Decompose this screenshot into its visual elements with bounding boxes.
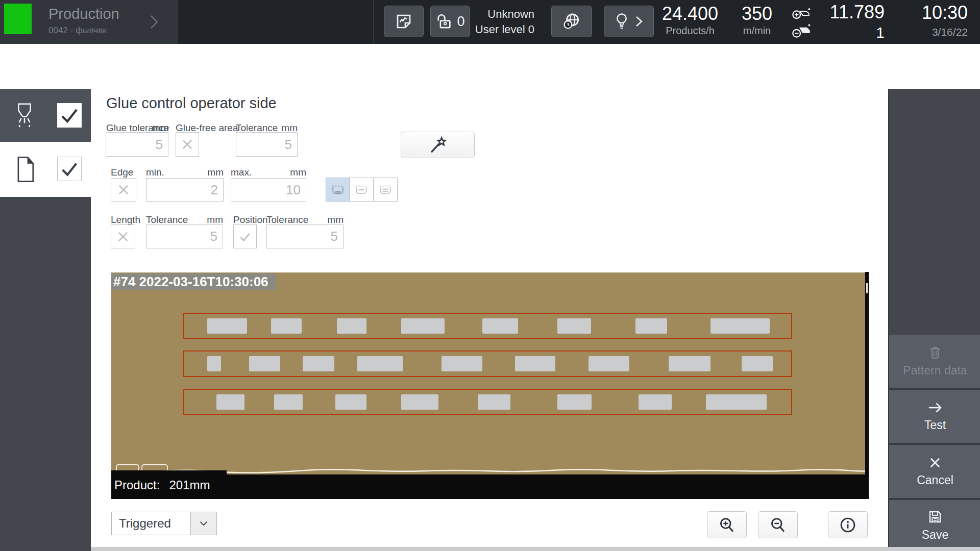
checkmark-icon (237, 229, 253, 244)
rate-value: 24.400 (662, 3, 719, 24)
glue-inspection-zone (183, 313, 792, 339)
x-mark-icon (116, 230, 130, 244)
rejected-count: 1 (817, 24, 885, 41)
length-label: Length (111, 214, 140, 226)
position-toggle[interactable] (233, 224, 257, 248)
length-toggle[interactable] (111, 224, 135, 248)
zoom-in-button[interactable] (707, 511, 747, 538)
product-rejected-icon (791, 22, 812, 39)
zoom-out-icon (769, 516, 787, 534)
glue-position-option-lines[interactable] (374, 178, 398, 202)
test-button[interactable]: Test (889, 390, 980, 443)
product-label: Product: (114, 478, 160, 492)
product-setup-enabled-checkbox[interactable] (57, 157, 82, 181)
checkmark-icon (58, 157, 81, 181)
glue-position-option-middle[interactable] (350, 178, 374, 202)
length-tolerance-unit: mm (192, 214, 223, 226)
glue-segment (635, 318, 667, 334)
glue-control-screen: Production 0042 - фыячвк 0 Unknown User … (0, 0, 980, 551)
scan-right-edge (865, 272, 869, 474)
lamp-settings-button[interactable] (604, 6, 654, 37)
machine-status-indicator (4, 4, 32, 34)
glue-tolerance-input[interactable] (106, 132, 168, 157)
glue-segment (216, 394, 244, 410)
cancel-label: Cancel (917, 473, 953, 487)
glue-segment (710, 318, 770, 334)
user-info: Unknown User level 0 (449, 7, 534, 37)
log-chart-button[interactable] (384, 6, 424, 37)
glue-segment (357, 356, 403, 371)
globe-clock-icon (562, 12, 581, 31)
glue-free-area-toggle[interactable] (176, 132, 199, 157)
edge-toggle[interactable] (111, 178, 136, 202)
glue-segment (207, 318, 247, 334)
arrow-right-icon (926, 400, 944, 415)
scan-header: #74 2022-03-16T10:30:06 (111, 273, 276, 290)
glue-free-tolerance-input[interactable] (236, 132, 298, 157)
close-icon (928, 456, 942, 470)
tab-product-setup[interactable] (0, 142, 91, 197)
edge-max-unit: mm (276, 167, 306, 178)
glue-middle-icon (353, 182, 370, 197)
glue-segment (335, 394, 366, 410)
trigger-mode-dropdown[interactable]: Triggered (111, 512, 217, 535)
glue-segment (478, 394, 510, 410)
edge-min-unit: mm (193, 167, 224, 178)
edge-min-input[interactable] (146, 178, 224, 202)
camera-scan-viewer[interactable]: #74 2022-03-16T10:30:06 Product: 201mm (111, 272, 869, 499)
glue-segment (303, 356, 334, 371)
glue-position-option-bottom[interactable] (326, 178, 350, 202)
glue-position-segmented-control (326, 178, 398, 202)
checkmark-icon (57, 103, 82, 128)
action-stack: Pattern data Test Cancel Save (889, 335, 980, 551)
trash-icon (927, 345, 943, 360)
x-mark-icon (116, 183, 131, 197)
clock: 10:30 3/16/22 (909, 0, 968, 39)
chevron-right-icon (148, 13, 160, 31)
edge-max-input[interactable] (231, 178, 306, 202)
shift-schedule-button[interactable] (551, 6, 592, 37)
speed-value: 350 (734, 3, 780, 24)
x-mark-icon (180, 137, 194, 152)
user-level: User level 0 (449, 22, 534, 37)
scan-right-mark (866, 283, 868, 293)
zoom-out-button[interactable] (758, 511, 798, 538)
page-title: Glue control operator side (106, 95, 277, 112)
glue-segment (557, 318, 591, 334)
chevron-right-icon (634, 14, 644, 29)
position-tolerance-input[interactable] (266, 224, 344, 248)
dropdown-chevron[interactable] (190, 512, 216, 535)
pattern-data-button[interactable]: Pattern data (889, 335, 980, 388)
glue-segment (742, 356, 773, 371)
glue-inspection-zone (183, 350, 792, 377)
glue-segment (482, 318, 518, 334)
save-button[interactable]: Save (889, 500, 980, 551)
edge-label: Edge (111, 167, 133, 178)
glue-segment (442, 356, 482, 371)
accepted-count: 11.789 (817, 0, 885, 24)
machine-speed: 350 m/min (734, 3, 780, 37)
bulb-icon (614, 12, 630, 31)
glue-nozzle-icon (13, 101, 36, 131)
pattern-data-label: Pattern data (903, 364, 967, 378)
length-tolerance-input[interactable] (146, 224, 223, 248)
save-label: Save (922, 528, 948, 542)
cancel-button[interactable]: Cancel (889, 445, 980, 498)
tab-glue-control[interactable] (0, 89, 91, 142)
auto-teach-button[interactable] (401, 132, 475, 158)
glue-control-enabled-checkbox[interactable] (57, 103, 82, 128)
production-mode-button[interactable]: Production 0042 - фыячвк (0, 0, 178, 44)
date-value: 3/16/22 (909, 26, 968, 39)
glue-segment (271, 318, 302, 334)
right-action-sidebar: Pattern data Test Cancel Save (888, 89, 980, 551)
zoom-in-icon (718, 516, 736, 534)
product-counters: 11.789 1 (817, 0, 885, 41)
glue-segment (639, 394, 672, 410)
position-tolerance-label: Tolerance (266, 214, 308, 226)
glue-segment (401, 394, 438, 410)
product-accepted-icon (791, 5, 812, 21)
info-button[interactable] (828, 511, 868, 538)
chart-note-icon (395, 12, 413, 31)
glue-segment (706, 394, 767, 410)
glue-segment (249, 356, 280, 371)
